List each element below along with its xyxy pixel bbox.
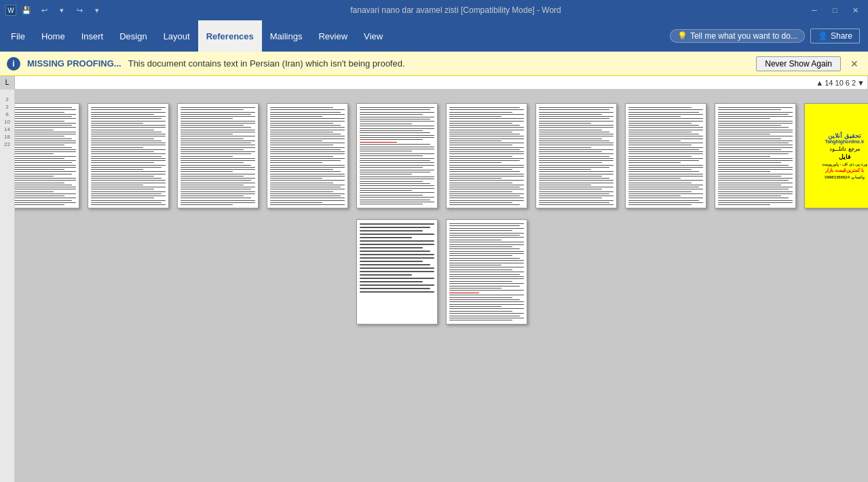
page-thumbnail-12[interactable] xyxy=(446,219,527,325)
undo-dropdown[interactable]: ▾ xyxy=(54,3,69,18)
page-thumbnail-4[interactable] xyxy=(267,103,348,208)
redo-button[interactable]: ↪ xyxy=(72,3,87,18)
tab-insert[interactable]: Insert xyxy=(73,20,112,52)
never-show-again-button[interactable]: Never Show Again xyxy=(756,56,841,71)
ribbon-right: 💡 Tell me what you want to do... 👤 Share xyxy=(670,20,865,52)
zoom-up-icon[interactable]: ▲ xyxy=(816,79,823,87)
tab-layout[interactable]: Layout xyxy=(155,20,198,52)
ribbon: File Home Insert Design Layout Reference… xyxy=(0,20,868,52)
page-row-2 xyxy=(356,219,527,325)
customize-button[interactable]: ▾ xyxy=(90,3,105,18)
page-thumbnail-5[interactable] xyxy=(356,103,438,208)
maximize-button[interactable]: □ xyxy=(827,3,842,18)
person-icon: 👤 xyxy=(818,31,828,41)
lightbulb-icon: 💡 xyxy=(677,31,687,41)
word-icon: W xyxy=(5,5,16,16)
tab-view[interactable]: View xyxy=(356,20,391,52)
notification-message: This document contains text in Persian (… xyxy=(128,58,750,69)
undo-button[interactable]: ↩ xyxy=(37,3,52,18)
page-thumbnail-11[interactable] xyxy=(356,219,438,325)
zoom-values: 14 10 6 2 xyxy=(825,79,856,87)
horizontal-ruler: ▲ 14 10 6 2 ▼ xyxy=(15,76,868,89)
ad-slogan: مرجع دانلـــود xyxy=(829,146,859,152)
page-thumbnail-10[interactable]: تحقیق آنلاین Tahghighonline.ir مرجع دانل… xyxy=(804,103,869,208)
tab-references[interactable]: References xyxy=(198,20,262,52)
page-thumbnail-3[interactable] xyxy=(177,103,259,208)
ad-site: Tahghighonline.ir xyxy=(825,139,864,144)
tab-design[interactable]: Design xyxy=(111,20,155,52)
page-thumbnail-1[interactable] xyxy=(15,103,79,208)
tell-me-input[interactable]: 💡 Tell me what you want to do... xyxy=(670,29,805,43)
tab-home[interactable]: Home xyxy=(33,20,73,52)
tab-review[interactable]: Review xyxy=(310,20,356,52)
ruler-corner: L xyxy=(0,76,15,90)
page-thumbnail-9[interactable] xyxy=(715,103,796,208)
ad-title: تحقیق آنلاین xyxy=(828,132,861,139)
notification-bar: i MISSING PROOFING... This document cont… xyxy=(0,52,868,76)
document-canvas: تحقیق آنلاین Tahghighonline.ir مرجع دانل… xyxy=(15,90,868,482)
vertical-ruler: 2 2 6 10 14 18 22 xyxy=(0,90,15,482)
page-thumbnail-8[interactable] xyxy=(625,103,706,208)
tell-me-text: Tell me what you want to do... xyxy=(690,31,797,41)
tab-mailings[interactable]: Mailings xyxy=(262,20,311,52)
ad-types: ورد-پی دی اف - پاورپوینت xyxy=(822,162,868,166)
minimize-button[interactable]: ─ xyxy=(807,3,822,18)
info-icon: i xyxy=(7,57,20,71)
ad-cta: با کمترین قیمت بازار xyxy=(825,168,865,173)
ad-subtitle: فایل xyxy=(839,153,850,160)
close-button[interactable]: ✕ xyxy=(848,3,863,18)
save-button[interactable]: 💾 xyxy=(19,3,34,18)
title-bar: W 💾 ↩ ▾ ↪ ▾ fanavari nano dar avamel zis… xyxy=(0,0,868,20)
main-area: 2 2 6 10 14 18 22 xyxy=(0,90,868,482)
page-row-1: تحقیق آنلاین Tahghighonline.ir مرجع دانل… xyxy=(15,103,868,208)
title-bar-right: ─ □ ✕ xyxy=(807,3,863,18)
page-thumbnail-7[interactable] xyxy=(535,103,617,208)
page-thumbnail-6[interactable] xyxy=(446,103,527,208)
zoom-controls: ▲ 14 10 6 2 ▼ xyxy=(816,76,865,89)
ad-contact: 09981366624 واتساپ xyxy=(825,174,864,179)
page-thumbnail-2[interactable] xyxy=(88,103,169,208)
title-bar-left: W 💾 ↩ ▾ ↪ ▾ xyxy=(5,3,105,18)
ad-content: تحقیق آنلاین Tahghighonline.ir مرجع دانل… xyxy=(805,104,869,208)
share-button[interactable]: 👤 Share xyxy=(810,29,860,43)
tab-file[interactable]: File xyxy=(3,20,33,52)
notification-close-button[interactable]: ✕ xyxy=(848,57,861,71)
window-title: fanavari nano dar avamel zisti [Compatib… xyxy=(105,5,807,15)
notification-title: MISSING PROOFING... xyxy=(27,58,121,69)
ruler-area: L ▲ 14 10 6 2 ▼ xyxy=(0,76,868,90)
zoom-down-icon[interactable]: ▼ xyxy=(857,79,865,87)
